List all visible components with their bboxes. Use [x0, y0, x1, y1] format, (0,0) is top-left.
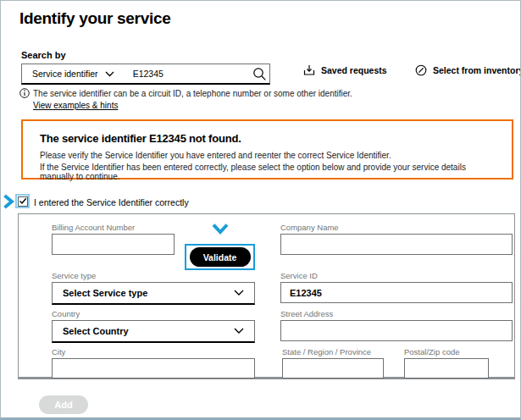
pointer-chevron-right-icon	[3, 194, 14, 209]
alert-line-1: Please verify the Service Identifier you…	[40, 151, 497, 160]
search-type-value: Service identifier	[32, 69, 98, 79]
validate-highlight-box: Validate	[185, 244, 255, 270]
country-label: Country	[52, 309, 80, 318]
saved-requests-label: Saved requests	[321, 65, 387, 75]
street-address-label: Street Address	[280, 309, 333, 318]
city-label: City	[52, 347, 65, 356]
alert-title: The service identifier E12345 not found.	[40, 132, 241, 145]
service-type-label: Service type	[52, 271, 96, 280]
chevron-down-icon	[105, 71, 114, 77]
alert-line-2: If the Service Identifier has been enter…	[40, 163, 497, 181]
chevron-down-icon	[234, 328, 244, 334]
pointer-chevron-down-icon	[212, 223, 229, 235]
select-from-inventory-label: Select from inventory	[433, 65, 521, 75]
company-name-label: Company Name	[280, 223, 339, 232]
search-by-label: Search by	[21, 50, 66, 60]
service-id-input[interactable]	[280, 282, 513, 303]
postal-zip-input[interactable]	[404, 358, 489, 379]
entered-correctly-checkbox[interactable]	[18, 196, 28, 207]
page-title: Identify your service	[19, 9, 171, 28]
saved-requests-link[interactable]: Saved requests	[303, 64, 387, 76]
checkbox-highlight-ring	[15, 194, 30, 208]
service-id-label: Service ID	[280, 271, 318, 280]
info-icon	[19, 88, 30, 98]
billing-account-number-input[interactable]	[52, 234, 175, 255]
city-input[interactable]	[52, 358, 255, 379]
search-type-dropdown[interactable]: Service identifier	[22, 64, 123, 83]
service-identifier-info-text: The service identifier can be a circuit …	[33, 89, 507, 98]
not-found-alert: The service identifier E12345 not found.…	[21, 119, 513, 180]
select-from-inventory-link[interactable]: Select from inventory	[415, 64, 521, 76]
check-icon	[19, 197, 27, 205]
search-icon[interactable]	[247, 67, 274, 81]
view-examples-link[interactable]: View examples & hints	[33, 101, 118, 110]
identify-service-page: Identify your service Search by Service …	[0, 0, 521, 420]
validate-button[interactable]: Validate	[190, 247, 251, 267]
company-name-input[interactable]	[280, 234, 513, 255]
service-identifier-input[interactable]	[123, 69, 247, 79]
billing-account-number-label: Billing Account Number	[52, 223, 135, 232]
saved-requests-icon	[303, 64, 315, 76]
state-region-province-label: State / Region / Province	[282, 347, 371, 356]
entered-correctly-label: I entered the Service Identifier correct…	[34, 197, 189, 207]
add-button[interactable]: Add	[39, 395, 88, 414]
inventory-pencil-icon	[415, 64, 427, 76]
street-address-input[interactable]	[280, 320, 513, 341]
service-type-value: Select Service type	[63, 288, 147, 298]
state-region-province-input[interactable]	[282, 358, 384, 379]
country-value: Select Country	[63, 326, 129, 336]
chevron-down-icon	[234, 290, 244, 296]
service-search-control: Service identifier	[21, 64, 270, 85]
postal-zip-label: Postal/Zip code	[404, 347, 459, 356]
country-select[interactable]: Select Country	[52, 320, 255, 343]
service-type-select[interactable]: Select Service type	[52, 282, 255, 305]
